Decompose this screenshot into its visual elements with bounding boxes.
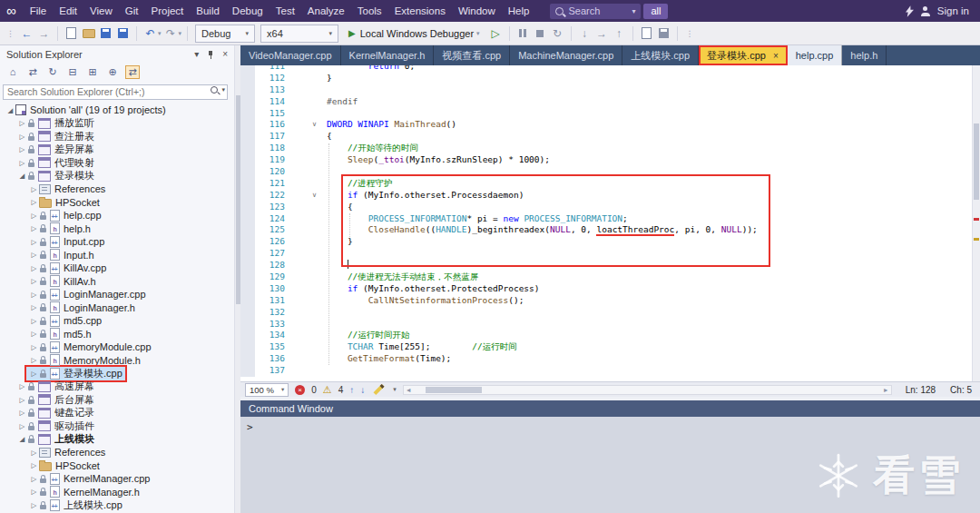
- code-line[interactable]: 112}: [240, 73, 980, 84]
- code-line[interactable]: 137: [240, 365, 980, 377]
- refresh-icon[interactable]: ↻: [46, 66, 59, 78]
- chevron-collapsed-icon[interactable]: ▷: [17, 145, 27, 153]
- breakpoint-margin[interactable]: [240, 108, 255, 120]
- collapse-all-icon[interactable]: ⊟: [66, 66, 79, 78]
- breakpoint-margin[interactable]: [240, 178, 255, 190]
- chevron-collapsed-icon[interactable]: ▷: [29, 343, 39, 351]
- tree-item[interactable]: ▷查注册表: [0, 130, 234, 143]
- save-icon[interactable]: [98, 25, 113, 42]
- menu-item-debug[interactable]: Debug: [226, 0, 270, 22]
- breakpoint-margin[interactable]: [240, 319, 255, 330]
- chevron-expanded-icon[interactable]: ◢: [17, 172, 27, 180]
- code-line[interactable]: 117{: [240, 131, 980, 143]
- chevron-down-icon[interactable]: ▾: [221, 86, 225, 94]
- breakpoint-margin[interactable]: [240, 154, 255, 166]
- redo-icon[interactable]: ↷: [163, 25, 179, 42]
- code-editor[interactable]: 111 return 0;112}113114#endif115116∨DWOR…: [240, 65, 980, 381]
- chevron-collapsed-icon[interactable]: ▷: [17, 382, 27, 390]
- tree-item[interactable]: ▷差异屏幕: [0, 143, 234, 157]
- add-item-icon[interactable]: ⊕: [106, 66, 119, 78]
- menu-item-file[interactable]: File: [24, 0, 54, 22]
- scrollbar-thumb[interactable]: [426, 387, 482, 393]
- breakpoint-margin[interactable]: [240, 119, 255, 131]
- breakpoint-margin[interactable]: [240, 248, 255, 260]
- code-line[interactable]: 128: [240, 260, 980, 271]
- chevron-collapsed-icon[interactable]: ▷: [29, 461, 39, 469]
- search-icon[interactable]: [211, 86, 218, 94]
- stop-debugging-icon[interactable]: [533, 25, 548, 42]
- tab-登录模块.cpp[interactable]: 登录模块.cpp×: [699, 45, 788, 65]
- code-line[interactable]: 116∨DWORD WINAPI MainThread(): [240, 119, 980, 131]
- platform-select[interactable]: x64▾: [260, 25, 338, 43]
- chevron-collapsed-icon[interactable]: ▷: [29, 291, 39, 299]
- chevron-collapsed-icon[interactable]: ▷: [17, 422, 27, 430]
- chevron-collapsed-icon[interactable]: ▷: [29, 185, 39, 193]
- chevron-collapsed-icon[interactable]: ▷: [29, 475, 39, 483]
- scroll-right-icon[interactable]: ►: [883, 387, 889, 393]
- breakpoint-margin[interactable]: [240, 307, 255, 319]
- navigate-forward-icon[interactable]: →: [36, 25, 52, 42]
- configuration-select[interactable]: Debug▾: [195, 25, 255, 43]
- editor-vertical-scrollbar[interactable]: [972, 65, 980, 381]
- code-line[interactable]: 134 //运行时间开始: [240, 330, 980, 341]
- menu-item-test[interactable]: Test: [270, 0, 301, 22]
- tree-item[interactable]: ▷KernelManager.cpp: [0, 472, 234, 486]
- tree-item[interactable]: ▷References: [0, 183, 234, 196]
- menu-item-edit[interactable]: Edit: [53, 0, 83, 22]
- start-without-debugging-icon[interactable]: ▷: [488, 25, 504, 42]
- menu-item-help[interactable]: Help: [502, 0, 536, 22]
- chevron-collapsed-icon[interactable]: ▷: [29, 212, 39, 220]
- next-issue-icon[interactable]: ↓: [360, 385, 365, 395]
- find-in-files-icon[interactable]: [639, 25, 654, 42]
- chevron-collapsed-icon[interactable]: ▷: [29, 251, 39, 259]
- zoom-select[interactable]: 100 % ▾: [245, 383, 289, 397]
- breakpoint-margin[interactable]: [240, 271, 255, 283]
- code-cleanup-icon[interactable]: [374, 384, 385, 395]
- breakpoint-margin[interactable]: [240, 224, 255, 236]
- tree-item[interactable]: ▷MemoryModule.h: [0, 354, 234, 368]
- warning-count[interactable]: 4: [338, 385, 344, 395]
- sync-with-active-document-icon[interactable]: ⇄: [126, 66, 139, 78]
- sign-in-button[interactable]: Sign in: [937, 5, 969, 16]
- tab-MachineManager.cpp[interactable]: MachineManager.cpp: [510, 45, 622, 65]
- breakpoint-margin[interactable]: [240, 260, 255, 271]
- close-icon[interactable]: ×: [222, 49, 228, 59]
- tree-item[interactable]: ▷LoginManager.h: [0, 301, 234, 315]
- tree-item[interactable]: ▷HPSocket: [0, 196, 234, 210]
- toolbar-drag-handle-icon[interactable]: ⋮: [6, 29, 15, 38]
- chevron-down-icon[interactable]: ▾: [194, 49, 199, 59]
- step-over-icon[interactable]: →: [594, 25, 610, 42]
- breakpoint-margin[interactable]: [240, 73, 255, 84]
- step-into-icon[interactable]: ↓: [577, 25, 593, 42]
- tree-item[interactable]: ▷登录模块.cpp: [0, 367, 234, 380]
- chevron-collapsed-icon[interactable]: ▷: [17, 159, 27, 167]
- chevron-collapsed-icon[interactable]: ▷: [29, 370, 39, 378]
- tree-item[interactable]: ▷md5.h: [0, 328, 234, 341]
- breakpoint-margin[interactable]: [240, 353, 255, 365]
- breakpoint-margin[interactable]: [240, 330, 255, 341]
- previous-issue-icon[interactable]: ↑: [349, 385, 354, 395]
- breakpoint-margin[interactable]: [240, 202, 255, 213]
- breakpoint-margin[interactable]: [240, 283, 255, 295]
- show-all-files-icon[interactable]: ⊞: [86, 66, 99, 78]
- fold-marker-icon[interactable]: ∨: [308, 190, 321, 202]
- chevron-collapsed-icon[interactable]: ▷: [17, 409, 27, 417]
- warning-icon[interactable]: ⚠: [323, 384, 332, 396]
- fold-marker-icon[interactable]: ∨: [308, 119, 321, 131]
- tab-close-icon[interactable]: ×: [773, 51, 779, 61]
- code-line[interactable]: 118 //开始等待的时间: [240, 143, 980, 154]
- tab-上线模块.cpp[interactable]: 上线模块.cpp: [622, 45, 699, 65]
- pin-icon[interactable]: [207, 49, 214, 60]
- home-icon[interactable]: ⌂: [6, 66, 19, 77]
- code-line[interactable]: 120: [240, 166, 980, 178]
- horizontal-scrollbar[interactable]: ◄ ►: [403, 385, 892, 395]
- tree-item[interactable]: ◢上线模块: [0, 433, 234, 447]
- command-window-titlebar[interactable]: Command Window: [240, 400, 980, 417]
- tree-item[interactable]: ▷播放监听: [0, 117, 234, 131]
- menu-item-tools[interactable]: Tools: [351, 0, 388, 22]
- solution-search-input[interactable]: [3, 84, 228, 100]
- tree-item[interactable]: ▷后台屏幕: [0, 393, 234, 407]
- tree-item[interactable]: ◢Solution 'all' (19 of 19 projects): [0, 104, 234, 117]
- tree-item[interactable]: ▷help.h: [0, 222, 234, 236]
- menu-item-project[interactable]: Project: [144, 0, 190, 22]
